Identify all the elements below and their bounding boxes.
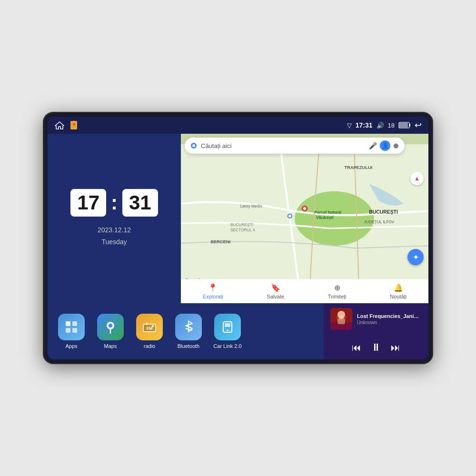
radio-icon: FM <box>136 314 163 340</box>
svg-point-20 <box>288 215 291 218</box>
explore-icon: 📍 <box>208 283 218 292</box>
map-nav-send[interactable]: ⊕ Trimiteți <box>328 283 347 299</box>
map-nav-bar: 📍 Explorați 🔖 Salvate ⊕ Trimiteți 🔔 <box>181 279 428 303</box>
svg-rect-35 <box>225 323 230 327</box>
day-value: Tuesday <box>98 236 131 248</box>
map-search-input[interactable]: Căutați aici <box>201 142 365 149</box>
maps-shortcut-icon[interactable]: 📍 <box>69 120 78 130</box>
back-icon[interactable]: ↩ <box>415 120 422 130</box>
news-icon: 🔔 <box>394 283 403 292</box>
battery-level: 18 <box>388 122 395 129</box>
shortcut-radio[interactable]: FM radio <box>133 314 166 349</box>
svg-text:Parcul Natural: Parcul Natural <box>315 210 341 215</box>
signal-icon: ▽ <box>347 122 352 129</box>
svg-rect-24 <box>72 321 77 326</box>
carlink-icon <box>214 314 241 340</box>
maps-pin-icon <box>103 320 118 334</box>
main-area: 17 : 31 2023.12.12 Tuesday <box>48 134 428 359</box>
svg-rect-5 <box>399 123 408 128</box>
music-next-button[interactable]: ⏭ <box>391 343 400 352</box>
map-panel[interactable]: TRAPEZULUI BUCUREȘTI JUDEȚUL ILFOV Parcu… <box>181 134 428 303</box>
radio-label: radio <box>144 343 155 349</box>
music-controls: ⏮ ⏸ ⏭ <box>330 340 422 355</box>
map-compass[interactable]: ▲ <box>410 172 424 185</box>
svg-text:TRAPEZULUI: TRAPEZULUI <box>344 165 372 170</box>
map-location-button[interactable]: ✦ <box>407 249 424 265</box>
apps-label: Apps <box>65 343 77 349</box>
map-nav-explore[interactable]: 📍 Explorați <box>203 283 223 299</box>
apps-icon <box>58 314 85 340</box>
svg-text:Văcărești: Văcărești <box>316 215 334 220</box>
svg-rect-4 <box>409 124 410 127</box>
music-prev-button[interactable]: ⏮ <box>352 343 361 352</box>
svg-text:BERCENI: BERCENI <box>210 239 230 244</box>
news-label: Noutăți <box>390 294 407 299</box>
device-screen: 📍 ▽ 17:31 🔊 18 ↩ <box>48 117 428 359</box>
shortcut-apps[interactable]: Apps <box>55 314 88 349</box>
user-avatar[interactable]: 👤 <box>380 140 390 151</box>
svg-text:Leroy Merlin: Leroy Merlin <box>240 204 262 208</box>
microphone-icon[interactable]: 🎤 <box>369 142 377 149</box>
volume-icon: 🔊 <box>377 122 384 129</box>
svg-text:BUCUREȘTI: BUCUREȘTI <box>369 209 398 215</box>
bluetooth-svg-icon <box>182 320 195 334</box>
clock-hours: 17 <box>70 189 106 217</box>
svg-point-36 <box>227 329 228 331</box>
svg-point-28 <box>109 324 112 327</box>
map-nav-saved[interactable]: 🔖 Salvate <box>267 283 284 299</box>
maps-label: Maps <box>104 343 117 349</box>
svg-point-22 <box>192 144 195 147</box>
svg-point-18 <box>303 207 306 210</box>
shortcut-bluetooth[interactable]: Bluetooth <box>172 314 205 349</box>
svg-point-7 <box>295 191 374 246</box>
radio-svg-icon: FM <box>142 320 157 334</box>
shortcut-maps[interactable]: Maps <box>94 314 127 349</box>
svg-text:JUDEȚUL ILFOV: JUDEȚUL ILFOV <box>364 219 395 224</box>
shortcuts-panel: Apps Maps <box>48 303 324 359</box>
music-title: Lost Frequencies_Janieck Devy-... <box>357 313 422 319</box>
explore-label: Explorați <box>203 294 223 299</box>
battery-icon <box>398 122 411 129</box>
maps-icon <box>97 314 124 340</box>
music-artist: Unknown <box>357 320 422 325</box>
status-left: 📍 <box>54 120 78 130</box>
svg-point-32 <box>152 325 154 327</box>
svg-rect-25 <box>66 328 70 333</box>
shortcut-carlink[interactable]: Car Link 2.0 <box>211 314 244 349</box>
time-display: 17:31 <box>356 121 373 129</box>
send-icon: ⊕ <box>334 283 340 292</box>
apps-grid-icon <box>64 320 79 334</box>
album-art-svg <box>330 308 352 330</box>
svg-rect-42 <box>337 318 345 324</box>
music-panel: Lost Frequencies_Janieck Devy-... Unknow… <box>324 303 428 359</box>
svg-point-41 <box>337 311 345 318</box>
music-top: Lost Frequencies_Janieck Devy-... Unknow… <box>330 308 422 330</box>
bluetooth-label: Bluetooth <box>178 343 199 349</box>
status-right: ▽ 17:31 🔊 18 ↩ <box>347 120 422 130</box>
status-bar: 📍 ▽ 17:31 🔊 18 ↩ <box>48 117 428 134</box>
map-search-bar[interactable]: Căutați aici 🎤 👤 ⊕ <box>185 138 405 154</box>
carlink-label: Car Link 2.0 <box>213 343 241 349</box>
top-section: 17 : 31 2023.12.12 Tuesday <box>48 134 428 303</box>
home-icon[interactable] <box>54 121 65 129</box>
car-display-device: 📍 ▽ 17:31 🔊 18 ↩ <box>43 112 433 364</box>
music-info: Lost Frequencies_Janieck Devy-... Unknow… <box>357 313 422 325</box>
svg-rect-23 <box>66 321 70 326</box>
map-search-actions: 🎤 👤 ⊕ <box>369 140 399 151</box>
map-background: TRAPEZULUI BUCUREȘTI JUDEȚUL ILFOV Parcu… <box>181 134 428 303</box>
svg-text:FM: FM <box>147 326 153 331</box>
bottom-section: Apps Maps <box>48 303 428 359</box>
svg-text:📍: 📍 <box>71 122 77 129</box>
svg-text:BUCUREȘTI: BUCUREȘTI <box>230 222 253 227</box>
saved-label: Salvate <box>267 294 284 299</box>
music-play-pause-button[interactable]: ⏸ <box>371 342 381 353</box>
clock-colon: : <box>111 191 118 214</box>
date-value: 2023.12.12 <box>98 224 131 236</box>
svg-rect-26 <box>72 328 77 333</box>
svg-marker-0 <box>55 122 64 129</box>
map-nav-news[interactable]: 🔔 Noutăți <box>390 283 407 299</box>
carlink-svg-icon <box>220 320 235 334</box>
clock-minutes: 31 <box>122 189 158 217</box>
map-pin-small-icon <box>190 142 197 149</box>
layer-icon[interactable]: ⊕ <box>393 142 399 149</box>
